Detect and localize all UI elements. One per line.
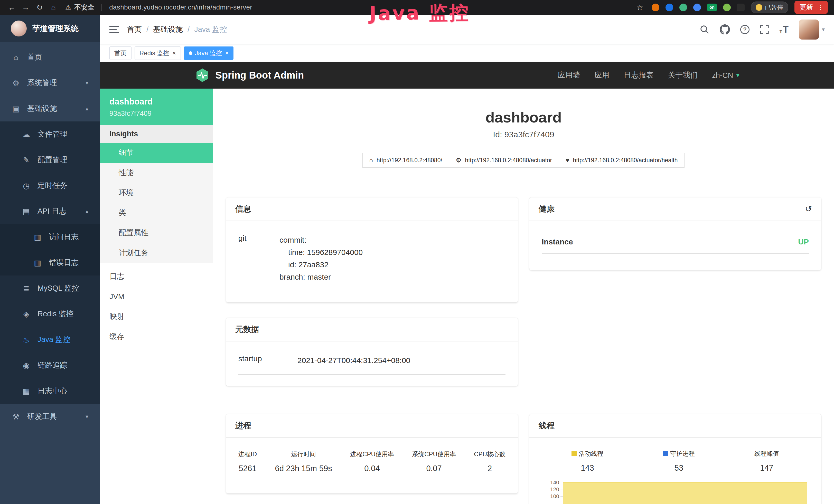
sidebar-item-file-mgmt[interactable]: ☁ 文件管理 [0,121,100,147]
back-icon[interactable]: ← [6,3,18,12]
instance-id: 93a3fc7f7409 [109,110,204,118]
github-icon[interactable] [720,24,730,35]
edit-icon: ✎ [22,156,31,165]
clock-icon: ◷ [22,181,31,190]
sba-nav-wallboard[interactable]: 应用墙 [557,70,580,81]
sidebar-item-redis-monitor[interactable]: ◈ Redis 监控 [0,301,100,327]
extension-icon-5[interactable] [723,4,731,11]
sba-item-config-props[interactable]: 配置属性 [100,223,213,243]
close-icon[interactable]: × [172,49,176,57]
tab-home[interactable]: 首页 [109,46,132,60]
annotation-java-monitor: Java 监控 [369,0,470,27]
tab-label: Java 监控 [195,49,222,57]
sba-locale-select[interactable]: zh-CN ▾ [712,71,739,79]
breadcrumb-home[interactable]: 首页 [127,24,142,35]
sidebar-item-dev-tools[interactable]: ⚒ 研发工具 ▾ [0,404,100,430]
sidebar-logo[interactable]: 芋道管理系统 [0,15,100,42]
sba-nav: 应用墙 应用 日志报表 关于我们 zh-CN ▾ [557,70,739,81]
sidebar-item-access-logs[interactable]: ▥ 访问日志 [0,224,100,250]
bookmark-star-icon[interactable]: ☆ [634,3,645,12]
sidebar-item-log-center[interactable]: ▦ 日志中心 [0,378,100,404]
sba-instance-header[interactable]: dashboard 93a3fc7f7409 [100,89,213,125]
tab-redis-monitor[interactable]: Redis 监控 × [135,46,181,60]
sba-item-scheduled-tasks[interactable]: 计划任务 [100,243,213,263]
tab-label: 首页 [114,49,127,57]
sidebar-item-home[interactable]: ⌂ 首页 [0,44,100,70]
avatar[interactable] [799,20,819,40]
fullscreen-icon[interactable] [760,25,769,34]
security-label: 不安全 [74,3,94,12]
forward-icon[interactable]: → [20,3,31,12]
paused-badge[interactable]: 已暂停 [751,2,788,13]
sba-item-details[interactable]: 细节 [100,143,213,163]
sidebar-item-label: 链路追踪 [38,360,67,370]
extension-icon-2[interactable] [665,4,673,11]
sba-nav-about[interactable]: 关于我们 [668,70,698,81]
extension-icon-1[interactable] [652,4,659,11]
sba-item-caches[interactable]: 缓存 [100,327,213,347]
hamburger-icon[interactable] [109,26,119,33]
instance-name: dashboard [109,97,204,107]
breadcrumb-current: Java 监控 [194,24,227,35]
extension-icon-3[interactable] [679,4,687,11]
monitor-icon: ▣ [11,104,21,113]
browser-update-button[interactable]: 更新 ⋮ [794,1,828,14]
search-icon[interactable] [700,25,709,35]
sba-item-logs[interactable]: 日志 [100,267,213,287]
sba-nav-journal[interactable]: 日志报表 [623,70,654,81]
kebab-menu-icon[interactable]: ⋮ [817,3,824,11]
process-stats: 进程ID 5261 运行时间 6d 23h 15m 59s 进程CPU使用率 [238,445,505,482]
close-icon[interactable]: × [225,49,228,57]
sidebar-item-api-logs[interactable]: ▤ API 日志 ▴ [0,199,100,224]
history-icon[interactable]: ↺ [805,204,812,214]
gear-icon: ⚙ [11,78,21,88]
help-icon[interactable]: ? [740,25,749,34]
site-security[interactable]: ⚠ 不安全 dashboard.yudao.iocoder.cn/infra/a… [65,3,252,12]
heartbeat-icon: ♥ [566,157,569,164]
tab-java-monitor[interactable]: Java 监控 × [184,46,234,60]
sidebar-item-config-mgmt[interactable]: ✎ 配置管理 [0,147,100,173]
extension-icon-6[interactable] [737,4,745,11]
sba-brand[interactable]: Spring Boot Admin [195,68,304,83]
health-card: 健康 ↺ Instance UP [529,198,821,270]
sidebar-item-java-monitor[interactable]: ♨ Java 监控 [0,327,100,352]
actuator-url-button[interactable]: ⚙ http://192.168.0.2:48080/actuator [449,153,559,168]
process-card: 进程 进程ID 5261 运行时间 [226,414,518,494]
sidebar-item-trace[interactable]: ◉ 链路追踪 [0,352,100,378]
sba-item-performance[interactable]: 性能 [100,163,213,183]
sba-item-classes[interactable]: 类 [100,203,213,223]
extension-on-toggle-icon[interactable]: on [707,4,717,11]
address-url[interactable]: dashboard.yudao.iocoder.cn/infra/admin-s… [109,3,252,11]
sba-logo-icon [195,68,210,83]
font-size-icon[interactable]: т T [779,24,789,35]
card-title: 信息 [235,204,251,214]
sidebar-item-system-mgmt[interactable]: ⚙ 系统管理 ▾ [0,70,100,96]
sidebar-item-error-logs[interactable]: ▥ 错误日志 [0,250,100,275]
active-threads-swatch [571,451,577,456]
sba-item-jvm[interactable]: JVM [100,287,213,306]
admin-sidebar: 芋道管理系统 ⌂ 首页 ⚙ 系统管理 ▾ ▣ 基础设施 ▴ ☁ 文件管理 ✎ [0,15,100,504]
home-icon[interactable]: ⌂ [48,3,59,12]
health-instance-row[interactable]: Instance UP [542,230,809,254]
sba-nav-applications[interactable]: 应用 [594,70,609,81]
locale-value: zh-CN [712,71,733,79]
sidebar-item-label: Redis 监控 [38,309,73,319]
extension-icon-4[interactable] [693,4,701,11]
sidebar-item-scheduled-jobs[interactable]: ◷ 定时任务 [0,173,100,199]
sba-item-mappings[interactable]: 映射 [100,306,213,327]
health-url-button[interactable]: ♥ http://192.168.0.2:48080/actuator/heal… [559,153,684,168]
tools-icon: ⚒ [11,412,21,421]
font-large-glyph: T [783,24,789,35]
sidebar-item-infrastructure[interactable]: ▣ 基础设施 ▴ [0,96,100,121]
update-label: 更新 [799,3,813,12]
sidebar-item-label: 错误日志 [49,257,79,268]
sidebar-item-mysql-monitor[interactable]: ≣ MySQL 监控 [0,275,100,301]
sidebar-item-label: 访问日志 [49,232,79,242]
breadcrumb-infra[interactable]: 基础设施 [153,24,183,35]
user-menu[interactable]: ▾ [799,20,825,40]
reload-icon[interactable]: ↻ [34,3,45,12]
service-url-button[interactable]: ⌂ http://192.168.0.2:48080/ [363,153,449,168]
breadcrumb: 首页 / 基础设施 / Java 监控 [127,24,227,35]
instance-id-subtitle: Id: 93a3fc7f7409 [213,130,834,139]
sba-item-environment[interactable]: 环境 [100,183,213,203]
